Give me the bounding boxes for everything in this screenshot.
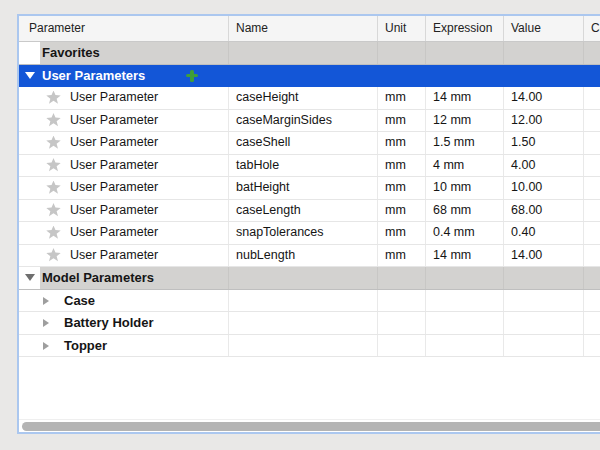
cell-separator (228, 222, 229, 244)
cell-separator (377, 312, 378, 334)
param-name-cell[interactable]: snapTolerances (236, 222, 324, 244)
cell-separator (503, 42, 504, 64)
cell-separator (503, 312, 504, 334)
disclosure-down-icon[interactable] (25, 72, 35, 79)
param-type-cell: User Parameter (70, 245, 158, 267)
star-icon[interactable] (46, 248, 61, 262)
param-name-cell[interactable]: nubLength (236, 245, 295, 267)
cell-separator (583, 155, 584, 177)
table-header-row: Parameter Name Unit Expression Value Com… (19, 16, 600, 42)
disclosure-right-icon[interactable] (43, 319, 49, 327)
row-tabhole[interactable]: User ParametertabHolemm4 mm4.00 (19, 155, 600, 178)
param-name-cell[interactable]: tabHole (236, 155, 279, 177)
param-type-cell: User Parameter (70, 155, 158, 177)
cell-separator (228, 312, 229, 334)
cell-separator (228, 177, 229, 199)
row-caseshell[interactable]: User ParametercaseShellmm1.5 mm1.50 (19, 132, 600, 155)
cell-separator (583, 87, 584, 109)
disclosure-right-icon[interactable] (43, 342, 49, 350)
section-label: Favorites (42, 42, 100, 64)
column-separator (228, 16, 229, 41)
row-snaptolerances[interactable]: User ParametersnapTolerancesmm0.4 mm0.40 (19, 222, 600, 245)
expression-cell[interactable]: 10 mm (433, 177, 471, 199)
param-name-cell[interactable]: caseShell (236, 132, 290, 154)
cell-separator (425, 335, 426, 357)
param-name-cell[interactable]: caseMarginSides (236, 110, 332, 132)
expression-cell[interactable]: 14 mm (433, 87, 471, 109)
column-header-name: Name (236, 16, 268, 41)
cell-separator (228, 335, 229, 357)
row-battery-holder[interactable]: Battery Holder (19, 312, 600, 335)
cell-separator (503, 335, 504, 357)
expression-cell[interactable]: 12 mm (433, 110, 471, 132)
cell-separator (425, 200, 426, 222)
table-inner: Parameter Name Unit Expression Value Com… (19, 16, 600, 432)
param-type-cell: User Parameter (70, 132, 158, 154)
row-model-parameters[interactable]: Model Parameters (19, 267, 600, 290)
cell-separator (425, 245, 426, 267)
star-icon[interactable] (46, 113, 61, 127)
cell-separator (425, 290, 426, 312)
expression-cell[interactable]: 1.5 mm (433, 132, 475, 154)
group-label: Case (64, 290, 95, 312)
cell-separator (583, 222, 584, 244)
cell-separator (503, 155, 504, 177)
value-cell: 0.40 (511, 222, 535, 244)
param-name-cell[interactable]: caseHeight (236, 87, 299, 109)
row-casemarginsides[interactable]: User ParametercaseMarginSidesmm12 mm12.0… (19, 110, 600, 133)
disclosure-right-icon[interactable] (43, 297, 49, 305)
cell-separator (583, 200, 584, 222)
row-user-parameters[interactable]: User Parameters (19, 65, 600, 88)
param-type-cell: User Parameter (70, 200, 158, 222)
cell-separator (425, 177, 426, 199)
row-caseheight[interactable]: User ParametercaseHeightmm14 mm14.00 (19, 87, 600, 110)
cell-separator (425, 110, 426, 132)
column-header-unit: Unit (385, 16, 406, 41)
horizontal-scrollbar-thumb[interactable] (22, 422, 600, 431)
add-parameter-icon[interactable] (186, 70, 198, 82)
unit-cell: mm (385, 222, 406, 244)
star-icon[interactable] (46, 181, 61, 195)
star-icon[interactable] (46, 226, 61, 240)
horizontal-scrollbar[interactable] (19, 419, 600, 432)
disclosure-down-icon[interactable] (25, 274, 35, 281)
star-icon[interactable] (46, 158, 61, 172)
column-separator (503, 16, 504, 41)
column-separator (377, 16, 378, 41)
cell-separator (425, 132, 426, 154)
cell-separator (377, 155, 378, 177)
cell-separator (503, 132, 504, 154)
row-nublength[interactable]: User ParameternubLengthmm14 mm14.00 (19, 245, 600, 268)
value-cell: 1.50 (511, 132, 535, 154)
disclosure-cell (19, 42, 40, 64)
star-icon[interactable] (46, 91, 61, 105)
expression-cell[interactable]: 4 mm (433, 155, 464, 177)
param-name-cell[interactable]: batHeight (236, 177, 290, 199)
param-type-cell: User Parameter (70, 177, 158, 199)
star-icon[interactable] (46, 136, 61, 150)
cell-separator (377, 222, 378, 244)
cell-separator (503, 110, 504, 132)
row-favorites[interactable]: Favorites (19, 42, 600, 65)
cell-separator (425, 222, 426, 244)
unit-cell: mm (385, 177, 406, 199)
row-batheight[interactable]: User ParameterbatHeightmm10 mm10.00 (19, 177, 600, 200)
expression-cell[interactable]: 0.4 mm (433, 222, 475, 244)
cell-separator (583, 312, 584, 334)
value-cell: 10.00 (511, 177, 542, 199)
cell-separator (425, 312, 426, 334)
row-case[interactable]: Case (19, 290, 600, 313)
row-caselength[interactable]: User ParametercaseLengthmm68 mm68.00 (19, 200, 600, 223)
star-icon[interactable] (46, 203, 61, 217)
param-name-cell[interactable]: caseLength (236, 200, 301, 222)
row-topper[interactable]: Topper (19, 335, 600, 358)
cell-separator (377, 132, 378, 154)
cell-separator (228, 200, 229, 222)
cell-separator (503, 177, 504, 199)
cell-separator (377, 110, 378, 132)
value-cell: 14.00 (511, 87, 542, 109)
expression-cell[interactable]: 68 mm (433, 200, 471, 222)
expression-cell[interactable]: 14 mm (433, 245, 471, 267)
cell-separator (425, 42, 426, 64)
parameters-table: Parameter Name Unit Expression Value Com… (17, 14, 600, 434)
